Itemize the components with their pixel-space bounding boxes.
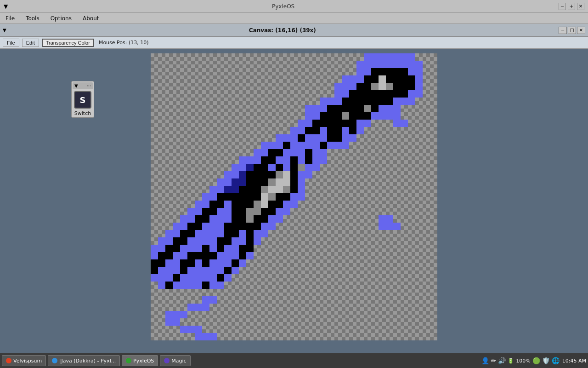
canvas-title-bar: ▼ Canvas: (16,16) (39x) ─ □ ✕ [0,24,588,37]
switch-tool-button[interactable]: S [74,91,91,109]
taskbar-label-magic: Magic [171,358,186,364]
taskbar-label-java: [Java (Dakkra) - Pyxl... [59,358,116,364]
taskbar-item-java[interactable]: [Java (Dakkra) - Pyxl... [48,355,120,366]
minimize-button[interactable]: ─ [559,3,566,10]
browser-icon: 🌐 [552,357,560,364]
canvas-minimize-button[interactable]: ─ [559,27,567,34]
close-button[interactable]: ✕ [577,3,584,10]
app-title: PyxleOS [8,3,559,10]
canvas-win-controls: ─ □ ✕ [559,27,585,34]
taskbar-dot-magic [164,358,170,363]
menu-tools[interactable]: Tools [22,14,43,23]
battery-icon: 🔋 [508,358,514,364]
taskbar-icons: 👤 ✏️ 🔊 🔋 100% 🟢 🛡️ 🌐 [481,357,560,364]
speaker-icon: 🔊 [498,357,506,364]
taskbar-dot-java [52,358,57,363]
clock: 10:45 AM [562,358,586,364]
switch-tool-letter: S [80,95,86,105]
menu-options[interactable]: Options [47,14,75,23]
taskbar-item-pyxleos[interactable]: PyxleOS [122,355,158,366]
toolbar-transparency-button[interactable]: Transparency Color [42,39,94,47]
taskbar-dot-pyxleos [126,358,131,363]
tool-panel-header: ▼ ··· [73,82,93,89]
taskbar-dot-velvispsum [6,358,11,363]
canvas-area: ▼ ··· S Switch [0,49,588,353]
window-controls: ─ + ✕ [559,3,584,10]
taskbar-item-velvispsum[interactable]: Velvispsum [2,355,46,366]
taskbar-right: 👤 ✏️ 🔊 🔋 100% 🟢 🛡️ 🌐 10:45 AM [481,357,586,364]
canvas-dropdown-icon[interactable]: ▼ [3,28,6,33]
canvas-close-button[interactable]: ✕ [577,27,585,34]
shield-icon: 🛡️ [542,357,550,364]
network-icon: 👤 [481,357,489,364]
toolbar-file-button[interactable]: File [3,39,19,47]
title-dropdown[interactable]: ▼ [4,3,8,10]
green-icon: 🟢 [532,357,540,364]
title-bar: ▼ PyxleOS ─ + ✕ [0,0,588,13]
switch-tool-label: Switch [74,110,91,116]
menu-bar: File Tools Options About [0,13,588,24]
maximize-button[interactable]: + [568,3,575,10]
taskbar-item-magic[interactable]: Magic [160,355,190,366]
menu-file[interactable]: File [2,14,18,23]
panel-dots: ··· [86,83,91,88]
canvas-restore-button[interactable]: □ [568,27,576,34]
panel-dropdown-icon[interactable]: ▼ [74,83,78,88]
canvas-window: ▼ Canvas: (16,16) (39x) ─ □ ✕ File Edit … [0,24,588,353]
menu-about[interactable]: About [79,14,102,23]
battery-percent: 100% [516,358,530,364]
toolbar-edit-button[interactable]: Edit [22,39,39,47]
edit-icon: ✏️ [491,357,497,364]
tool-panel: ▼ ··· S Switch [71,81,94,118]
pixel-canvas[interactable] [151,53,438,341]
mouse-pos-display: Mouse Pos: (13, 10) [99,40,149,46]
canvas-title: Canvas: (16,16) (39x) [6,27,559,34]
taskbar-label-velvispsum: Velvispsum [13,358,42,364]
taskbar-label-pyxleos: PyxleOS [133,358,154,364]
canvas-toolbar: File Edit Transparency Color Mouse Pos: … [0,37,588,49]
taskbar: Velvispsum [Java (Dakkra) - Pyxl... Pyxl… [0,353,588,368]
